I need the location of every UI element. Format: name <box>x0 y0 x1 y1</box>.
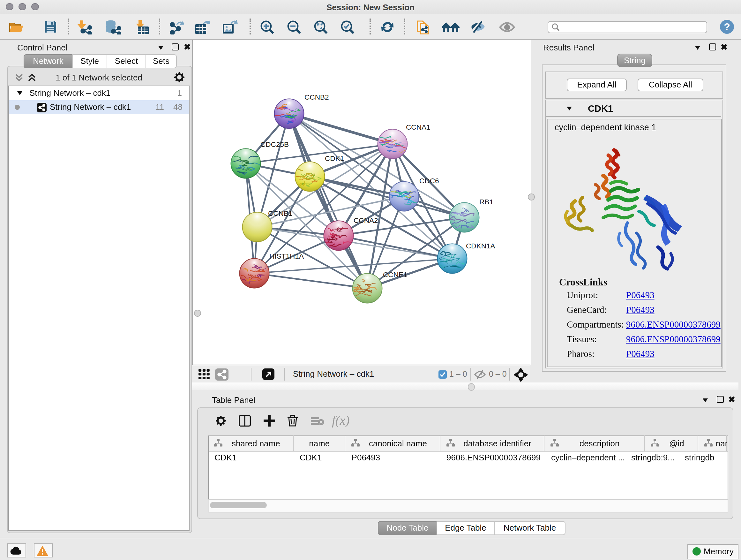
svg-text:CCNB1: CCNB1 <box>268 209 293 217</box>
svg-text:CDK1: CDK1 <box>325 154 344 163</box>
svg-text:RB1: RB1 <box>479 198 493 206</box>
svg-text:HIST1H1A: HIST1H1A <box>269 252 304 260</box>
svg-text:CCNE1: CCNE1 <box>383 271 408 279</box>
svg-text:CCNA1: CCNA1 <box>406 123 430 131</box>
svg-text:CCNB2: CCNB2 <box>305 93 329 101</box>
svg-text:?: ? <box>724 21 730 33</box>
svg-text:CCNA2: CCNA2 <box>354 216 378 225</box>
svg-text:CDC6: CDC6 <box>419 177 439 185</box>
svg-text:CDC25B: CDC25B <box>260 140 289 148</box>
svg-text:CDKN1A: CDKN1A <box>466 242 495 250</box>
